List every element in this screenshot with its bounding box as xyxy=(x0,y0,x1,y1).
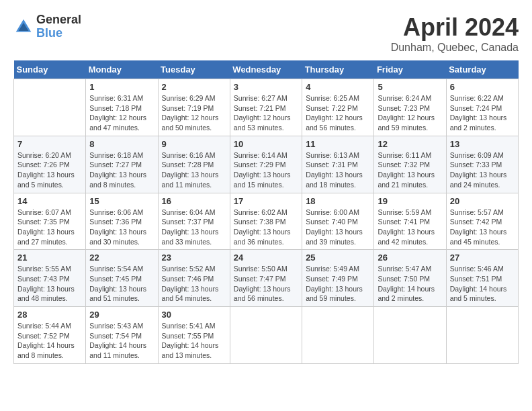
calendar-cell: 10Sunrise: 6:14 AMSunset: 7:29 PMDayligh… xyxy=(230,136,302,193)
calendar-cell xyxy=(14,79,86,136)
day-info: Sunrise: 6:25 AMSunset: 7:22 PMDaylight:… xyxy=(306,93,370,133)
calendar-cell: 11Sunrise: 6:13 AMSunset: 7:31 PMDayligh… xyxy=(302,136,374,193)
day-info: Sunrise: 6:22 AMSunset: 7:24 PMDaylight:… xyxy=(450,93,515,133)
day-info: Sunrise: 5:52 AMSunset: 7:46 PMDaylight:… xyxy=(162,264,226,304)
day-info: Sunrise: 6:29 AMSunset: 7:19 PMDaylight:… xyxy=(162,93,226,133)
day-number: 30 xyxy=(162,310,226,320)
day-number: 28 xyxy=(17,310,82,320)
day-number: 18 xyxy=(306,196,370,206)
day-info: Sunrise: 5:41 AMSunset: 7:55 PMDaylight:… xyxy=(162,321,226,361)
day-info: Sunrise: 6:16 AMSunset: 7:28 PMDaylight:… xyxy=(162,150,226,190)
logo-text: General Blue xyxy=(36,13,81,40)
title-block: April 2024 Dunham, Quebec, Canada xyxy=(391,13,519,54)
day-info: Sunrise: 6:24 AMSunset: 7:23 PMDaylight:… xyxy=(378,93,442,133)
calendar-cell: 15Sunrise: 6:06 AMSunset: 7:36 PMDayligh… xyxy=(86,193,158,250)
calendar-header-row: SundayMondayTuesdayWednesdayThursdayFrid… xyxy=(14,60,519,79)
calendar-cell xyxy=(446,307,518,364)
calendar-cell: 20Sunrise: 5:57 AMSunset: 7:42 PMDayligh… xyxy=(446,193,518,250)
calendar-cell: 19Sunrise: 5:59 AMSunset: 7:41 PMDayligh… xyxy=(374,193,446,250)
day-number: 24 xyxy=(234,253,298,263)
logo-icon xyxy=(13,17,34,37)
day-info: Sunrise: 6:13 AMSunset: 7:31 PMDaylight:… xyxy=(306,150,370,190)
calendar-week-row: 21Sunrise: 5:55 AMSunset: 7:43 PMDayligh… xyxy=(14,250,519,307)
calendar-week-row: 28Sunrise: 5:44 AMSunset: 7:52 PMDayligh… xyxy=(14,307,519,364)
page-title: April 2024 xyxy=(391,13,519,42)
day-number: 4 xyxy=(306,82,370,92)
calendar-cell: 26Sunrise: 5:47 AMSunset: 7:50 PMDayligh… xyxy=(374,250,446,307)
day-info: Sunrise: 6:20 AMSunset: 7:26 PMDaylight:… xyxy=(17,150,82,190)
day-info: Sunrise: 5:59 AMSunset: 7:41 PMDaylight:… xyxy=(378,208,442,247)
day-number: 27 xyxy=(450,253,515,263)
calendar-cell: 8Sunrise: 6:18 AMSunset: 7:27 PMDaylight… xyxy=(86,136,158,193)
calendar-cell: 6Sunrise: 6:22 AMSunset: 7:24 PMDaylight… xyxy=(446,79,518,136)
day-info: Sunrise: 6:04 AMSunset: 7:37 PMDaylight:… xyxy=(162,208,226,247)
day-info: Sunrise: 6:07 AMSunset: 7:35 PMDaylight:… xyxy=(17,208,82,247)
day-number: 25 xyxy=(306,253,370,263)
day-info: Sunrise: 6:27 AMSunset: 7:21 PMDaylight:… xyxy=(234,93,298,133)
day-info: Sunrise: 6:09 AMSunset: 7:33 PMDaylight:… xyxy=(450,150,515,190)
calendar-cell xyxy=(230,307,302,364)
day-number: 20 xyxy=(450,196,515,206)
day-info: Sunrise: 5:43 AMSunset: 7:54 PMDaylight:… xyxy=(89,321,154,361)
calendar-cell: 27Sunrise: 5:46 AMSunset: 7:51 PMDayligh… xyxy=(446,250,518,307)
calendar-table: SundayMondayTuesdayWednesdayThursdayFrid… xyxy=(13,60,519,364)
day-info: Sunrise: 6:06 AMSunset: 7:36 PMDaylight:… xyxy=(89,208,154,247)
day-info: Sunrise: 6:00 AMSunset: 7:40 PMDaylight:… xyxy=(306,208,370,247)
calendar-cell: 17Sunrise: 6:02 AMSunset: 7:38 PMDayligh… xyxy=(230,193,302,250)
logo-line2: Blue xyxy=(36,27,81,40)
calendar-cell: 3Sunrise: 6:27 AMSunset: 7:21 PMDaylight… xyxy=(230,79,302,136)
calendar-cell: 2Sunrise: 6:29 AMSunset: 7:19 PMDaylight… xyxy=(158,79,230,136)
weekday-header: Monday xyxy=(86,60,158,79)
calendar-cell: 7Sunrise: 6:20 AMSunset: 7:26 PMDaylight… xyxy=(14,136,86,193)
day-number: 19 xyxy=(378,196,442,206)
calendar-cell: 24Sunrise: 5:50 AMSunset: 7:47 PMDayligh… xyxy=(230,250,302,307)
calendar-week-row: 14Sunrise: 6:07 AMSunset: 7:35 PMDayligh… xyxy=(14,193,519,250)
day-number: 23 xyxy=(162,253,226,263)
weekday-header: Sunday xyxy=(14,60,86,79)
day-number: 17 xyxy=(234,196,298,206)
calendar-week-row: 7Sunrise: 6:20 AMSunset: 7:26 PMDaylight… xyxy=(14,136,519,193)
day-number: 21 xyxy=(17,253,82,263)
day-info: Sunrise: 5:50 AMSunset: 7:47 PMDaylight:… xyxy=(234,264,298,304)
calendar-cell: 23Sunrise: 5:52 AMSunset: 7:46 PMDayligh… xyxy=(158,250,230,307)
day-number: 9 xyxy=(162,139,226,149)
calendar-cell: 25Sunrise: 5:49 AMSunset: 7:49 PMDayligh… xyxy=(302,250,374,307)
day-number: 10 xyxy=(234,139,298,149)
day-number: 12 xyxy=(378,139,442,149)
day-number: 14 xyxy=(17,196,82,206)
day-number: 7 xyxy=(17,139,82,149)
day-info: Sunrise: 6:02 AMSunset: 7:38 PMDaylight:… xyxy=(234,208,298,247)
day-info: Sunrise: 5:54 AMSunset: 7:45 PMDaylight:… xyxy=(89,264,154,304)
weekday-header: Friday xyxy=(374,60,446,79)
calendar-week-row: 1Sunrise: 6:31 AMSunset: 7:18 PMDaylight… xyxy=(14,79,519,136)
weekday-header: Tuesday xyxy=(158,60,230,79)
day-number: 15 xyxy=(89,196,154,206)
calendar-cell xyxy=(302,307,374,364)
calendar-cell: 28Sunrise: 5:44 AMSunset: 7:52 PMDayligh… xyxy=(14,307,86,364)
calendar-cell: 21Sunrise: 5:55 AMSunset: 7:43 PMDayligh… xyxy=(14,250,86,307)
calendar-cell: 22Sunrise: 5:54 AMSunset: 7:45 PMDayligh… xyxy=(86,250,158,307)
day-info: Sunrise: 5:57 AMSunset: 7:42 PMDaylight:… xyxy=(450,208,515,247)
calendar-cell: 5Sunrise: 6:24 AMSunset: 7:23 PMDaylight… xyxy=(374,79,446,136)
calendar-cell: 4Sunrise: 6:25 AMSunset: 7:22 PMDaylight… xyxy=(302,79,374,136)
day-info: Sunrise: 5:55 AMSunset: 7:43 PMDaylight:… xyxy=(17,264,82,304)
day-number: 8 xyxy=(89,139,154,149)
day-number: 1 xyxy=(89,82,154,92)
day-info: Sunrise: 6:18 AMSunset: 7:27 PMDaylight:… xyxy=(89,150,154,190)
page-subtitle: Dunham, Quebec, Canada xyxy=(391,42,519,54)
calendar-cell: 30Sunrise: 5:41 AMSunset: 7:55 PMDayligh… xyxy=(158,307,230,364)
calendar-cell: 29Sunrise: 5:43 AMSunset: 7:54 PMDayligh… xyxy=(86,307,158,364)
calendar-cell: 9Sunrise: 6:16 AMSunset: 7:28 PMDaylight… xyxy=(158,136,230,193)
day-info: Sunrise: 5:49 AMSunset: 7:49 PMDaylight:… xyxy=(306,264,370,304)
day-info: Sunrise: 6:31 AMSunset: 7:18 PMDaylight:… xyxy=(89,93,154,133)
day-info: Sunrise: 5:46 AMSunset: 7:51 PMDaylight:… xyxy=(450,264,515,304)
calendar-cell: 14Sunrise: 6:07 AMSunset: 7:35 PMDayligh… xyxy=(14,193,86,250)
day-info: Sunrise: 6:11 AMSunset: 7:32 PMDaylight:… xyxy=(378,150,442,190)
calendar-cell: 13Sunrise: 6:09 AMSunset: 7:33 PMDayligh… xyxy=(446,136,518,193)
weekday-header: Saturday xyxy=(446,60,518,79)
day-info: Sunrise: 5:47 AMSunset: 7:50 PMDaylight:… xyxy=(378,264,442,304)
day-number: 5 xyxy=(378,82,442,92)
calendar-cell: 12Sunrise: 6:11 AMSunset: 7:32 PMDayligh… xyxy=(374,136,446,193)
weekday-header: Thursday xyxy=(302,60,374,79)
page-header: General Blue April 2024 Dunham, Quebec, … xyxy=(13,13,519,54)
